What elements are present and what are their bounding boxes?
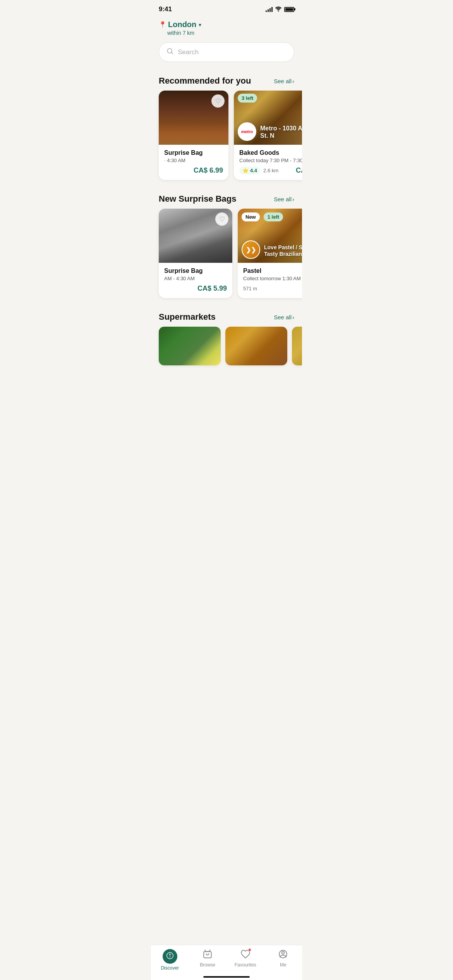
- recommended-see-all[interactable]: See all ›: [274, 78, 294, 84]
- card-body-2: Baked Goods Collect today 7:30 PM - 7:30…: [234, 145, 302, 180]
- chevron-right-icon-2: ›: [292, 196, 294, 202]
- recommended-section-header: Recommended for you See all ›: [151, 70, 302, 91]
- badge-area-n2: New 1 left: [242, 212, 283, 221]
- signal-icon: [266, 7, 273, 12]
- supermarkets-see-all[interactable]: See all ›: [274, 314, 294, 320]
- card-meta-left-2: ⭐ 4.4 2.6 km: [239, 166, 278, 175]
- store-name-overlay-2: Metro - 1030 Adelaide St. N: [260, 125, 302, 139]
- supermarkets-scroll: [151, 327, 302, 404]
- supermarkets-section-header: Supermarkets See all ›: [151, 306, 302, 327]
- recommended-cards-scroll: ♡ Surprise Bag · 4:30 AM CA$ 6.99 3 left…: [151, 91, 302, 188]
- new-bag-card-meta-1: CA$ 5.99: [164, 284, 227, 293]
- search-placeholder: Search: [178, 48, 199, 56]
- favourite-button-1[interactable]: ♡: [211, 94, 225, 108]
- recommended-title: Recommended for you: [159, 76, 251, 86]
- location-header: 📍 London ▾ within 7 km: [151, 16, 302, 42]
- supermarkets-title: Supermarkets: [159, 312, 216, 322]
- card-body-1: Surprise Bag · 4:30 AM CA$ 6.99: [159, 145, 228, 180]
- store-name-overlay-n2: Love Pastel / Supper Tasty Brazilian Sna…: [264, 244, 302, 257]
- card-price-1: CA$ 6.99: [194, 166, 223, 175]
- new-bag-collect-time-1: AM - 4:30 AM: [164, 276, 227, 281]
- new-bag-meta-left-2: 571 m: [243, 286, 257, 291]
- supermarket-card-2[interactable]: [225, 327, 287, 365]
- new-bag-card-title-1: Surprise Bag: [164, 267, 227, 274]
- supermarket-image-3: [292, 327, 302, 365]
- new-bags-section-header: New Surprise Bags See all ›: [151, 188, 302, 209]
- store-logo-metro: metro: [238, 122, 256, 141]
- star-icon: ⭐: [242, 168, 249, 173]
- new-bag-card-image-2: New 1 left ❯❯ Love Pastel / Supper Tasty…: [238, 209, 302, 263]
- new-bag-card-body-2: Pastel Collect tomorrow 1:30 AM - 4:30 A…: [238, 263, 302, 298]
- location-row[interactable]: 📍 London ▾: [159, 20, 294, 29]
- store-logo-pastel: ❯❯: [242, 240, 260, 259]
- distance-text-2: 2.6 km: [263, 168, 278, 173]
- new-bag-card-1[interactable]: ♡ Surprise Bag AM - 4:30 AM CA$ 5.99: [159, 209, 232, 298]
- new-bag-card-2[interactable]: New 1 left ❯❯ Love Pastel / Supper Tasty…: [238, 209, 302, 298]
- search-bar[interactable]: Search: [159, 42, 294, 62]
- card-meta-2: ⭐ 4.4 2.6 km CA$ 5.9: [239, 166, 302, 175]
- search-icon: [166, 47, 174, 57]
- location-radius: within 7 km: [167, 30, 294, 36]
- supermarket-image-1: [159, 327, 221, 365]
- new-bag-collect-time-2: Collect tomorrow 1:30 AM - 4:30 AM: [243, 276, 302, 281]
- new-bag-card-meta-2: 571 m CA$: [243, 284, 302, 293]
- chevron-right-icon-3: ›: [292, 314, 294, 320]
- svg-line-2: [172, 53, 173, 54]
- recommended-card-2[interactable]: 3 left ♡ metro Metro - 1030 Adelaide St.…: [234, 91, 302, 180]
- supermarket-card-1[interactable]: [159, 327, 221, 365]
- chevron-down-icon[interactable]: ▾: [199, 22, 201, 28]
- status-icons: [266, 6, 294, 13]
- pastel-chevron-icon: ❯❯: [246, 246, 256, 254]
- badge-count-2: 3 left: [238, 94, 257, 101]
- rating-badge-2: ⭐ 4.4: [239, 166, 260, 175]
- rating-value: 4.4: [250, 168, 257, 173]
- card-title-1: Surprise Bag: [164, 149, 223, 156]
- chevron-right-icon: ›: [292, 78, 294, 84]
- new-bags-cards-scroll: ♡ Surprise Bag AM - 4:30 AM CA$ 5.99 New…: [151, 209, 302, 306]
- new-bag-card-price-1: CA$ 5.99: [197, 284, 227, 293]
- new-bags-see-all[interactable]: See all ›: [274, 196, 294, 202]
- new-bag-card-title-2: Pastel: [243, 267, 302, 274]
- location-city[interactable]: London: [168, 20, 196, 29]
- card-meta-1: CA$ 6.99: [164, 166, 223, 175]
- status-time: 9:41: [159, 5, 172, 13]
- card-image-1: ♡: [159, 91, 228, 145]
- new-bag-card-body-1: Surprise Bag AM - 4:30 AM CA$ 5.99: [159, 263, 232, 298]
- card-title-2: Baked Goods: [239, 149, 302, 156]
- supermarket-image-2: [225, 327, 287, 365]
- card-price-2: CA$ 5.9: [296, 166, 302, 175]
- new-bags-title: New Surprise Bags: [159, 194, 237, 204]
- location-pin-icon: 📍: [159, 21, 166, 28]
- svg-point-0: [278, 10, 279, 11]
- new-bag-card-image-1: ♡: [159, 209, 232, 263]
- supermarket-card-3[interactable]: [292, 327, 302, 365]
- status-bar: 9:41: [151, 0, 302, 16]
- recommended-card-1[interactable]: ♡ Surprise Bag · 4:30 AM CA$ 6.99: [159, 91, 228, 180]
- card-collect-time-2: Collect today 7:30 PM - 7:30 AM: [239, 158, 302, 163]
- distance-text-n2: 571 m: [243, 286, 257, 291]
- card-image-2: 3 left ♡ metro Metro - 1030 Adelaide St.…: [234, 91, 302, 145]
- pastel-logo-inner: ❯❯: [242, 241, 259, 258]
- favourite-button-n1[interactable]: ♡: [215, 212, 228, 226]
- wifi-icon: [275, 6, 282, 13]
- battery-icon: [284, 7, 294, 12]
- search-container: Search: [151, 42, 302, 70]
- card-collect-time-1: · 4:30 AM: [164, 158, 223, 163]
